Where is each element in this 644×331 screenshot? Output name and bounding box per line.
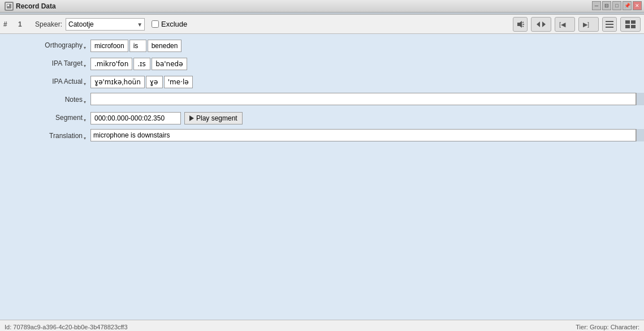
speaker-icon-button[interactable] [513, 17, 528, 32]
segment-row: Segment ▾ 000:00.000-000:02.350 Play seg… [0, 111, 644, 127]
exclude-label: Exclude [161, 20, 187, 28]
record-hash: # [3, 20, 15, 28]
svg-text:[◀: [◀ [559, 21, 566, 28]
window-icon [5, 2, 14, 11]
nav-bracket-right-icon: ▶] [581, 20, 597, 29]
ipa-target-token-2[interactable]: ba'nedə [152, 58, 187, 70]
orthography-arrow[interactable]: ▾ [84, 41, 86, 50]
notes-label: Notes ▾ [0, 93, 90, 105]
speaker-label: Speaker: [35, 20, 62, 28]
status-bar: Id: 70789ac9-a396-4c20-bb0e-3b478823cff3… [0, 320, 644, 331]
translation-label: Translation ▾ [0, 129, 90, 141]
svg-rect-13 [631, 25, 636, 28]
segment-label: Segment ▾ [0, 111, 90, 123]
svg-rect-12 [625, 25, 630, 28]
translation-row: Translation ▾ [0, 129, 644, 145]
svg-text:▶]: ▶] [583, 21, 589, 28]
svg-line-3 [522, 22, 524, 23]
status-id: Id: 70789ac9-a396-4c20-bb0e-3b478823cff3 [5, 324, 128, 330]
svg-marker-7 [542, 22, 546, 27]
main-content: Orthography ▾ microfoon is beneden IPA T… [0, 34, 644, 320]
svg-rect-11 [631, 20, 636, 24]
ipa-target-row: IPA Target ▾ .mikro'fon .ɪs ba'nedə [0, 57, 644, 72]
ipa-actual-content: ɣə'mɪkəˌhoün ɣə 'me·lə [90, 75, 644, 88]
record-number: 1 [18, 20, 29, 28]
grid-button[interactable] [620, 17, 641, 32]
orthography-content: microfoon is beneden [90, 38, 644, 52]
ipa-actual-token-0[interactable]: ɣə'mɪkəˌhoün [90, 76, 145, 88]
status-tier: Tier: Group: Character: [576, 324, 639, 330]
svg-rect-1 [7, 5, 9, 6]
segment-value: 000:00.000-000:02.350 [90, 112, 181, 124]
nav-bracket-right-button[interactable]: ▶] [578, 17, 599, 32]
orthography-token-2[interactable]: beneden [148, 40, 182, 52]
ipa-actual-row: IPA Actual ▾ ɣə'mɪkəˌhoün ɣə 'me·lə [0, 75, 644, 91]
ipa-actual-token-1[interactable]: ɣə [146, 76, 163, 88]
lines-button[interactable] [602, 17, 617, 32]
nav-bracket-left-icon: [◀ [557, 20, 573, 29]
lines-icon-line1 [606, 21, 613, 22]
notes-row: Notes ▾ [0, 93, 644, 109]
segment-arrow[interactable]: ▾ [84, 114, 86, 123]
notes-arrow[interactable]: ▾ [84, 96, 86, 105]
maximize-button[interactable]: □ [612, 1, 621, 10]
speaker-select-wrapper[interactable]: Catootje ▼ [66, 18, 145, 31]
ipa-target-token-1[interactable]: .ɪs [133, 58, 150, 70]
svg-marker-2 [517, 21, 522, 28]
play-segment-button[interactable]: Play segment [184, 112, 243, 124]
svg-marker-6 [537, 22, 540, 27]
toolbar: # 1 Speaker: Catootje ▼ Exclude [◀ ▶] [0, 15, 644, 34]
play-segment-label: Play segment [196, 114, 237, 122]
restore-button[interactable]: ⊟ [602, 1, 611, 10]
nav-bracket-left-button[interactable]: [◀ [555, 17, 575, 32]
nav-arrows-button[interactable] [531, 17, 551, 32]
ipa-target-label: IPA Target ▾ [0, 57, 90, 68]
translation-scrollbar[interactable] [636, 129, 644, 141]
orthography-label: Orthography ▾ [0, 38, 90, 50]
notes-input-wrapper [90, 93, 644, 105]
close-button[interactable]: ✕ [633, 1, 642, 10]
ipa-actual-arrow[interactable]: ▾ [84, 78, 86, 87]
exclude-checkbox[interactable] [152, 20, 159, 28]
title-bar-controls: ─ ⊟ □ 📌 ✕ [592, 1, 642, 10]
orthography-row: Orthography ▾ microfoon is beneden [0, 38, 644, 54]
ipa-actual-token-2[interactable]: 'me·lə [164, 76, 193, 88]
minimize-button[interactable]: ─ [592, 1, 601, 10]
translation-input-wrapper [90, 129, 644, 141]
ipa-target-token-0[interactable]: .mikro'fon [90, 58, 132, 70]
segment-content: 000:00.000-000:02.350 Play segment [90, 111, 644, 124]
notes-scrollbar[interactable] [636, 93, 644, 105]
notes-input[interactable] [90, 93, 636, 105]
ipa-target-content: .mikro'fon .ɪs ba'nedə [90, 57, 644, 70]
title-bar: Record Data ─ ⊟ □ 📌 ✕ [0, 0, 644, 12]
lines-icon-line2 [606, 24, 613, 25]
svg-line-5 [522, 26, 524, 27]
window-title: Record Data [16, 2, 56, 10]
speaker-select[interactable]: Catootje [66, 18, 145, 31]
translation-input[interactable] [90, 129, 636, 141]
ipa-actual-label: IPA Actual ▾ [0, 75, 90, 87]
grid-icon [624, 19, 637, 29]
exclude-wrapper: Exclude [152, 20, 187, 28]
orthography-token-0[interactable]: microfoon [90, 40, 128, 52]
ipa-target-arrow[interactable]: ▾ [84, 59, 86, 68]
speaker-icon [516, 20, 525, 29]
orthography-token-1[interactable]: is [129, 40, 146, 52]
svg-rect-10 [625, 20, 630, 24]
play-icon [189, 115, 194, 121]
lines-icon-line3 [606, 27, 613, 28]
nav-arrows-icon [533, 20, 549, 29]
translation-arrow[interactable]: ▾ [84, 132, 86, 141]
pin-button[interactable]: 📌 [623, 1, 632, 10]
